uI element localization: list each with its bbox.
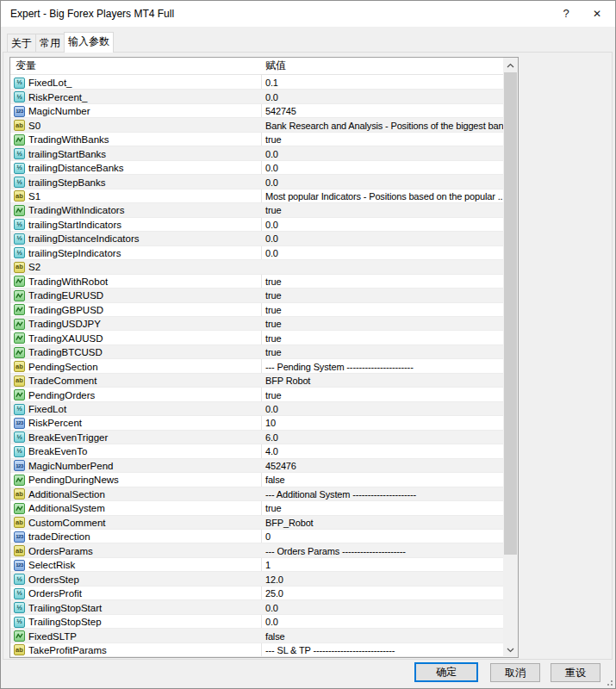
param-value[interactable]: true: [261, 319, 504, 329]
param-value[interactable]: true: [261, 205, 504, 215]
ok-button[interactable]: 确定: [414, 662, 478, 682]
param-row[interactable]: ½trailingStepBanks0.0: [10, 175, 504, 189]
param-row[interactable]: abS0Bank Research and Analysis - Positio…: [10, 118, 504, 132]
param-row[interactable]: ½trailingStepIndicators0.0: [10, 246, 504, 260]
param-row[interactable]: TradingUSDJPYtrue: [10, 317, 504, 331]
param-value[interactable]: 0.0: [261, 149, 504, 159]
param-value[interactable]: 0.0: [261, 617, 504, 627]
param-value[interactable]: BFP Robot: [261, 376, 504, 386]
param-value[interactable]: true: [261, 390, 504, 400]
param-value[interactable]: false: [261, 475, 504, 485]
param-row[interactable]: 123SelectRisk1: [10, 558, 504, 572]
param-row[interactable]: 123RiskPercent10: [10, 416, 504, 430]
param-row[interactable]: TradingWithIndicatorstrue: [10, 203, 504, 217]
param-row[interactable]: AdditionalSystemtrue: [10, 501, 504, 515]
vertical-scrollbar[interactable]: [503, 58, 518, 657]
param-row[interactable]: 123MagicNumberPend452476: [10, 459, 504, 473]
param-row[interactable]: ½BreakEvenTrigger6.0: [10, 431, 504, 444]
param-value[interactable]: 1: [261, 560, 504, 570]
param-row[interactable]: ½trailingStartIndicators0.0: [10, 218, 504, 232]
param-value[interactable]: 0.1: [261, 78, 504, 88]
param-value[interactable]: 0.0: [261, 177, 504, 188]
param-row[interactable]: TradingBTCUSDtrue: [10, 345, 504, 359]
param-value[interactable]: 0.0: [261, 404, 504, 414]
param-row[interactable]: abPendingSection--- Pending System -----…: [10, 359, 504, 373]
param-value[interactable]: 542745: [261, 106, 504, 116]
help-icon[interactable]: ?: [551, 1, 581, 27]
param-value[interactable]: 0.0: [261, 233, 504, 244]
param-value[interactable]: true: [261, 347, 504, 357]
param-variable-cell: 123SelectRisk: [10, 560, 261, 571]
param-value[interactable]: 0: [261, 531, 504, 542]
param-value[interactable]: 0.0: [261, 163, 504, 173]
column-header-value[interactable]: 赋值: [261, 58, 504, 74]
param-row[interactable]: ½FixedLot_0.1: [10, 76, 504, 90]
param-value[interactable]: Bank Research and Analysis - Positions o…: [261, 121, 504, 131]
param-row[interactable]: ½trailingStartBanks0.0: [10, 146, 504, 160]
param-row[interactable]: ½trailingDistanceIndicators0.0: [10, 232, 504, 245]
param-value[interactable]: 10: [261, 418, 504, 428]
param-value[interactable]: 0.0: [261, 92, 504, 102]
param-value[interactable]: true: [261, 333, 504, 344]
param-row[interactable]: abOrdersParams--- Orders Params --------…: [10, 543, 504, 557]
param-row[interactable]: TradingWithRobottrue: [10, 275, 504, 289]
string-type-icon: ab: [14, 190, 25, 202]
param-row[interactable]: abTakeProfitParams--- SL & TP ----------…: [10, 643, 504, 657]
param-row[interactable]: abTradeCommentBFP Robot: [10, 374, 504, 388]
param-row[interactable]: TradingXAUUSDtrue: [10, 331, 504, 344]
reset-button[interactable]: 重设: [551, 663, 600, 682]
scrollbar-up-icon[interactable]: [503, 58, 518, 72]
cancel-button[interactable]: 取消: [490, 663, 540, 682]
param-row[interactable]: ½trailingDistanceBanks0.0: [10, 161, 504, 175]
column-header-variable[interactable]: 变量: [10, 58, 261, 74]
param-row[interactable]: ½OrdersProfit25.0: [10, 587, 504, 600]
param-row[interactable]: TradingGBPUSDtrue: [10, 303, 504, 317]
param-value[interactable]: 25.0: [261, 588, 504, 599]
param-row[interactable]: TradingEURUSDtrue: [10, 289, 504, 302]
scrollbar-thumb[interactable]: [504, 72, 517, 555]
param-value[interactable]: 452476: [261, 461, 504, 471]
tab-input-parameters[interactable]: 输入参数: [64, 32, 114, 53]
param-name: PendingSection: [28, 362, 98, 372]
param-value[interactable]: 12.0: [261, 574, 504, 585]
param-value[interactable]: true: [261, 503, 504, 513]
param-row[interactable]: FixedSLTPfalse: [10, 629, 504, 642]
param-value[interactable]: 6.0: [261, 432, 504, 443]
param-row[interactable]: ½OrdersStep12.0: [10, 572, 504, 586]
param-value[interactable]: 4.0: [261, 446, 504, 456]
close-icon[interactable]: ✕: [582, 1, 612, 27]
param-value[interactable]: true: [261, 305, 504, 315]
scrollbar-down-icon[interactable]: [503, 642, 518, 657]
tab-common[interactable]: 常用: [35, 34, 65, 53]
param-value[interactable]: --- Pending System ---------------------…: [261, 362, 504, 372]
param-row[interactable]: ½FixedLot0.0: [10, 402, 504, 416]
param-variable-cell: abAdditionalSection: [10, 488, 261, 500]
param-row[interactable]: 123MagicNumber542745: [10, 104, 504, 118]
param-value[interactable]: --- Orders Params ---------------------: [261, 546, 504, 556]
param-row[interactable]: ½RiskPercent_0.0: [10, 90, 504, 103]
param-row[interactable]: TradingWithBankstrue: [10, 133, 504, 146]
param-value[interactable]: Most popular Indicators - Positions base…: [261, 191, 504, 202]
param-row[interactable]: ½TrailingStopStart0.0: [10, 600, 504, 614]
param-row[interactable]: PendingDuringNewsfalse: [10, 473, 504, 487]
param-value[interactable]: --- Additional System ------------------…: [261, 489, 504, 500]
param-row[interactable]: abCustomCommentBFP_Robot: [10, 516, 504, 530]
param-row[interactable]: 123tradeDirection0: [10, 530, 504, 543]
param-row[interactable]: abAdditionalSection--- Additional System…: [10, 487, 504, 501]
param-value[interactable]: 0.0: [261, 220, 504, 230]
param-value[interactable]: true: [261, 134, 504, 145]
param-row[interactable]: abS2: [10, 260, 504, 274]
param-row[interactable]: ½TrailingStopStep0.0: [10, 615, 504, 629]
param-row[interactable]: abS1Most popular Indicators - Positions …: [10, 189, 504, 203]
param-value[interactable]: 0.0: [261, 603, 504, 613]
param-value[interactable]: true: [261, 276, 504, 287]
param-row[interactable]: PendingOrderstrue: [10, 388, 504, 401]
param-value[interactable]: true: [261, 290, 504, 301]
tab-about[interactable]: 关于: [7, 34, 36, 53]
param-value[interactable]: --- SL & TP ---------------------------: [261, 645, 504, 655]
resize-grip[interactable]: [605, 678, 613, 686]
param-value[interactable]: 0.0: [261, 248, 504, 258]
param-value[interactable]: false: [261, 631, 504, 642]
param-row[interactable]: ½BreakEvenTo4.0: [10, 444, 504, 458]
param-value[interactable]: BFP_Robot: [261, 518, 504, 528]
